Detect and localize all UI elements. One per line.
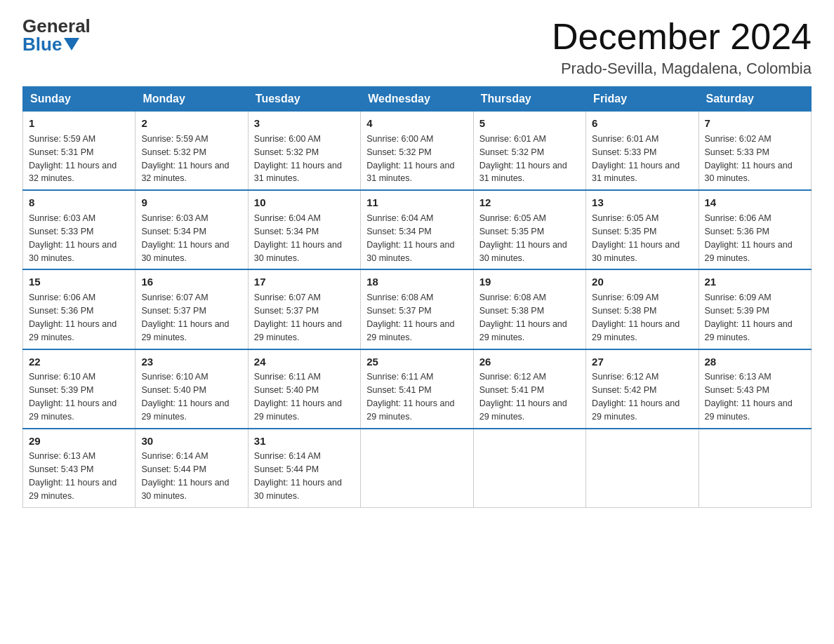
day-info: Sunrise: 6:06 AMSunset: 5:36 PMDaylight:… bbox=[29, 293, 117, 342]
day-number: 15 bbox=[29, 274, 129, 290]
day-number: 10 bbox=[254, 195, 355, 210]
calendar-cell bbox=[699, 429, 811, 508]
calendar-cell: 19Sunrise: 6:08 AMSunset: 5:38 PMDayligh… bbox=[473, 269, 585, 349]
week-row: 22Sunrise: 6:10 AMSunset: 5:39 PMDayligh… bbox=[23, 349, 812, 429]
day-info: Sunrise: 6:01 AMSunset: 5:33 PMDaylight:… bbox=[592, 134, 680, 184]
day-info: Sunrise: 5:59 AMSunset: 5:32 PMDaylight:… bbox=[141, 134, 229, 184]
day-info: Sunrise: 6:14 AMSunset: 5:44 PMDaylight:… bbox=[141, 451, 229, 501]
calendar-cell: 6Sunrise: 6:01 AMSunset: 5:33 PMDaylight… bbox=[586, 112, 699, 191]
day-number: 11 bbox=[366, 195, 467, 210]
logo-arrow-icon bbox=[64, 38, 79, 51]
calendar-cell: 12Sunrise: 6:05 AMSunset: 5:35 PMDayligh… bbox=[473, 190, 585, 269]
calendar-cell: 2Sunrise: 5:59 AMSunset: 5:32 PMDaylight… bbox=[135, 112, 248, 191]
day-number: 14 bbox=[705, 195, 805, 210]
day-number: 19 bbox=[479, 274, 580, 290]
calendar-title: December 2024 bbox=[552, 17, 812, 57]
day-number: 2 bbox=[141, 116, 241, 131]
calendar-cell: 16Sunrise: 6:07 AMSunset: 5:37 PMDayligh… bbox=[135, 269, 248, 349]
day-info: Sunrise: 6:13 AMSunset: 5:43 PMDaylight:… bbox=[705, 372, 793, 422]
week-row: 15Sunrise: 6:06 AMSunset: 5:36 PMDayligh… bbox=[23, 269, 812, 349]
day-number: 7 bbox=[705, 116, 805, 131]
day-number: 12 bbox=[479, 195, 580, 210]
week-row: 8Sunrise: 6:03 AMSunset: 5:33 PMDaylight… bbox=[23, 190, 812, 269]
calendar-cell: 13Sunrise: 6:05 AMSunset: 5:35 PMDayligh… bbox=[586, 190, 699, 269]
calendar-cell: 14Sunrise: 6:06 AMSunset: 5:36 PMDayligh… bbox=[699, 190, 811, 269]
day-info: Sunrise: 6:04 AMSunset: 5:34 PMDaylight:… bbox=[366, 213, 454, 263]
day-header-tuesday: Tuesday bbox=[248, 87, 360, 112]
day-info: Sunrise: 6:09 AMSunset: 5:39 PMDaylight:… bbox=[705, 293, 793, 342]
calendar-cell: 30Sunrise: 6:14 AMSunset: 5:44 PMDayligh… bbox=[135, 429, 248, 508]
week-row: 29Sunrise: 6:13 AMSunset: 5:43 PMDayligh… bbox=[23, 429, 812, 508]
calendar-cell: 31Sunrise: 6:14 AMSunset: 5:44 PMDayligh… bbox=[248, 429, 360, 508]
day-info: Sunrise: 6:00 AMSunset: 5:32 PMDaylight:… bbox=[254, 134, 342, 184]
calendar-cell: 28Sunrise: 6:13 AMSunset: 5:43 PMDayligh… bbox=[699, 349, 811, 429]
day-number: 20 bbox=[592, 274, 692, 290]
header: General Blue December 2024 Prado-Sevilla… bbox=[22, 17, 812, 78]
day-info: Sunrise: 6:12 AMSunset: 5:42 PMDaylight:… bbox=[592, 372, 680, 422]
calendar-cell: 27Sunrise: 6:12 AMSunset: 5:42 PMDayligh… bbox=[586, 349, 699, 429]
day-number: 6 bbox=[592, 116, 692, 131]
logo-general-text: General bbox=[22, 17, 91, 35]
day-info: Sunrise: 6:13 AMSunset: 5:43 PMDaylight:… bbox=[29, 451, 117, 501]
day-number: 24 bbox=[254, 354, 355, 370]
calendar-cell: 11Sunrise: 6:04 AMSunset: 5:34 PMDayligh… bbox=[361, 190, 473, 269]
day-info: Sunrise: 6:10 AMSunset: 5:39 PMDaylight:… bbox=[29, 372, 117, 422]
day-number: 30 bbox=[141, 434, 241, 449]
page: General Blue December 2024 Prado-Sevilla… bbox=[0, 0, 834, 525]
day-info: Sunrise: 6:05 AMSunset: 5:35 PMDaylight:… bbox=[479, 213, 567, 263]
calendar-cell: 1Sunrise: 5:59 AMSunset: 5:31 PMDaylight… bbox=[23, 112, 135, 191]
day-number: 13 bbox=[592, 195, 692, 210]
day-info: Sunrise: 6:07 AMSunset: 5:37 PMDaylight:… bbox=[254, 293, 342, 342]
day-number: 1 bbox=[29, 116, 129, 131]
day-info: Sunrise: 6:06 AMSunset: 5:36 PMDaylight:… bbox=[705, 213, 793, 263]
day-info: Sunrise: 6:10 AMSunset: 5:40 PMDaylight:… bbox=[141, 372, 229, 422]
day-info: Sunrise: 6:03 AMSunset: 5:34 PMDaylight:… bbox=[141, 213, 229, 263]
day-info: Sunrise: 6:03 AMSunset: 5:33 PMDaylight:… bbox=[29, 213, 117, 263]
calendar-cell bbox=[473, 429, 585, 508]
day-number: 9 bbox=[141, 195, 241, 210]
day-header-sunday: Sunday bbox=[23, 87, 135, 112]
calendar-cell: 17Sunrise: 6:07 AMSunset: 5:37 PMDayligh… bbox=[248, 269, 360, 349]
day-number: 27 bbox=[592, 354, 692, 370]
title-block: December 2024 Prado-Sevilla, Magdalena, … bbox=[552, 17, 812, 78]
day-number: 23 bbox=[141, 354, 241, 370]
calendar-cell: 4Sunrise: 6:00 AMSunset: 5:32 PMDaylight… bbox=[361, 112, 473, 191]
calendar-cell: 3Sunrise: 6:00 AMSunset: 5:32 PMDaylight… bbox=[248, 112, 360, 191]
header-row: SundayMondayTuesdayWednesdayThursdayFrid… bbox=[23, 87, 812, 112]
calendar-table: SundayMondayTuesdayWednesdayThursdayFrid… bbox=[22, 86, 812, 508]
calendar-cell: 15Sunrise: 6:06 AMSunset: 5:36 PMDayligh… bbox=[23, 269, 135, 349]
day-header-saturday: Saturday bbox=[699, 87, 811, 112]
day-number: 17 bbox=[254, 274, 355, 290]
day-header-wednesday: Wednesday bbox=[361, 87, 473, 112]
calendar-cell: 23Sunrise: 6:10 AMSunset: 5:40 PMDayligh… bbox=[135, 349, 248, 429]
day-info: Sunrise: 5:59 AMSunset: 5:31 PMDaylight:… bbox=[29, 134, 117, 184]
day-number: 25 bbox=[366, 354, 467, 370]
day-number: 28 bbox=[705, 354, 805, 370]
svg-marker-0 bbox=[64, 38, 79, 51]
day-number: 18 bbox=[366, 274, 467, 290]
calendar-cell: 10Sunrise: 6:04 AMSunset: 5:34 PMDayligh… bbox=[248, 190, 360, 269]
logo-blue-text: Blue bbox=[22, 35, 62, 53]
day-number: 4 bbox=[366, 116, 467, 131]
week-row: 1Sunrise: 5:59 AMSunset: 5:31 PMDaylight… bbox=[23, 112, 812, 191]
calendar-cell: 21Sunrise: 6:09 AMSunset: 5:39 PMDayligh… bbox=[699, 269, 811, 349]
calendar-cell bbox=[361, 429, 473, 508]
day-info: Sunrise: 6:08 AMSunset: 5:38 PMDaylight:… bbox=[479, 293, 567, 342]
day-number: 22 bbox=[29, 354, 129, 370]
day-header-monday: Monday bbox=[135, 87, 248, 112]
day-number: 31 bbox=[254, 434, 355, 449]
calendar-cell: 20Sunrise: 6:09 AMSunset: 5:38 PMDayligh… bbox=[586, 269, 699, 349]
day-info: Sunrise: 6:11 AMSunset: 5:41 PMDaylight:… bbox=[366, 372, 454, 422]
calendar-cell: 9Sunrise: 6:03 AMSunset: 5:34 PMDaylight… bbox=[135, 190, 248, 269]
day-header-thursday: Thursday bbox=[473, 87, 585, 112]
calendar-cell: 25Sunrise: 6:11 AMSunset: 5:41 PMDayligh… bbox=[361, 349, 473, 429]
day-info: Sunrise: 6:14 AMSunset: 5:44 PMDaylight:… bbox=[254, 451, 342, 501]
calendar-cell: 8Sunrise: 6:03 AMSunset: 5:33 PMDaylight… bbox=[23, 190, 135, 269]
day-info: Sunrise: 6:07 AMSunset: 5:37 PMDaylight:… bbox=[141, 293, 229, 342]
day-info: Sunrise: 6:02 AMSunset: 5:33 PMDaylight:… bbox=[705, 134, 793, 184]
calendar-cell bbox=[586, 429, 699, 508]
day-number: 21 bbox=[705, 274, 805, 290]
day-number: 5 bbox=[479, 116, 580, 131]
day-info: Sunrise: 6:11 AMSunset: 5:40 PMDaylight:… bbox=[254, 372, 342, 422]
day-info: Sunrise: 6:01 AMSunset: 5:32 PMDaylight:… bbox=[479, 134, 567, 184]
